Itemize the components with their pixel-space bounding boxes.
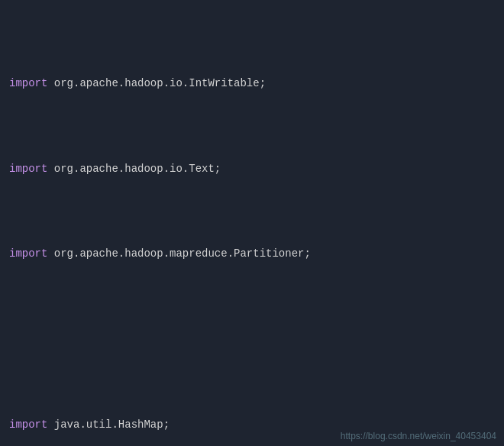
keyword-import: import [9,160,54,177]
keyword-import: import [9,416,54,433]
code-line-1: import org.apache.hadoop.io.IntWritable; [0,75,504,92]
code-line-empty [0,331,504,347]
code-line-3: import org.apache.hadoop.mapreduce.Parti… [0,245,504,262]
code-text: java.util.HashMap; [54,416,170,433]
code-text: org.apache.hadoop.io.Text; [54,160,221,177]
code-editor: import org.apache.hadoop.io.IntWritable;… [0,0,504,446]
code-text: org.apache.hadoop.io.IntWritable; [54,75,266,92]
code-text: org.apache.hadoop.mapreduce.Partitioner; [54,245,311,262]
keyword-import: import [9,245,54,262]
keyword-import: import [9,75,54,92]
watermark: https://blog.csdn.net/weixin_40453404 [341,431,496,441]
code-line-2: import org.apache.hadoop.io.Text; [0,160,504,177]
